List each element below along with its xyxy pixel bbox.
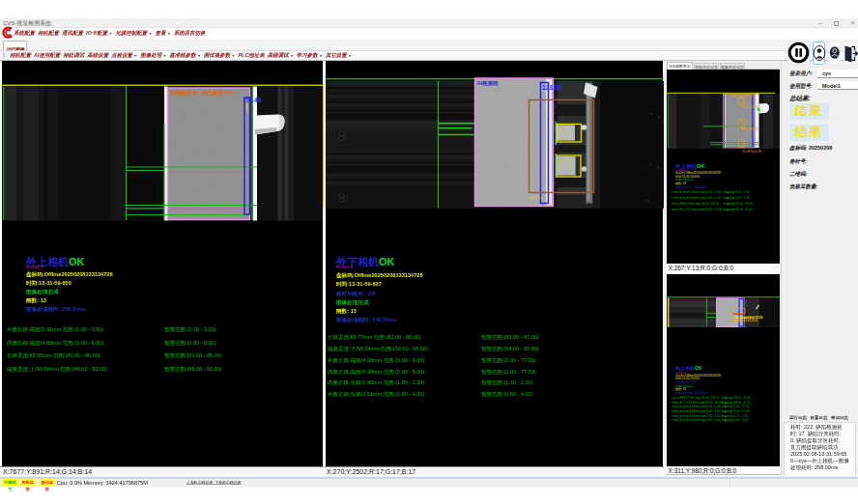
svg-text:图像处理耗时: 258.00ms: 图像处理耗时: 258.00ms — [675, 185, 707, 189]
svg-text:123.80: 123.80 — [542, 84, 561, 91]
svg-text:外侧负极-隔膜/2.91mm 范围:(2.00 - 3.50: 外侧负极-隔膜/2.91mm 范围:(2.00 - 3.50) — [672, 190, 721, 194]
svg-text:53.48: 53.48 — [245, 97, 262, 103]
svg-text:预警范围:(2.00 - 77.00): 预警范围:(2.00 - 77.00) — [722, 405, 750, 408]
svg-text:外侧正极-负极/2.61mm 范围:(0.60 - 4.00: 外侧正极-负极/2.61mm 范围:(0.60 - 4.00) — [672, 418, 721, 422]
svg-text:预警范围:(0.60 - 4.00): 预警范围:(0.60 - 4.00) — [722, 418, 748, 422]
svg-text:外侧正极-隔膜/4.38mm 范围:(0.00 - 9.00: 外侧正极-隔膜/4.38mm 范围:(0.00 - 9.00) — [672, 405, 721, 408]
svg-text:预警范围:(83.00 - 87.00): 预警范围:(83.00 - 87.00) — [722, 396, 751, 400]
svg-text:预警范围:(0.00 - 8.00): 预警范围:(0.00 - 8.00) — [724, 196, 750, 200]
svg-text:预警范围:(89.00 - 91.00): 预警范围:(89.00 - 91.00) — [724, 208, 753, 211]
svg-text:灰度阈值:93, 动态阈值:100: 灰度阈值:93, 动态阈值:100 — [169, 90, 234, 97]
svg-text:预警范围:(2.20 - 3.20): 预警范围:(2.20 - 3.20) — [724, 190, 750, 194]
svg-text:正极宽度/83.77mm 范围:(82.00 - 88.00: 正极宽度/83.77mm 范围:(82.00 - 88.00) — [672, 396, 719, 400]
svg-text:隔膜宽度-下/95.24mm 范围:(93.00 - 98.: 隔膜宽度-下/95.24mm 范围:(93.00 - 98.00) — [672, 401, 723, 405]
svg-text:NG:89.3 W:0.35: NG:89.3 W:0.35 — [741, 127, 759, 131]
svg-text:预警范围:(2.00 - 77.00): 预警范围:(2.00 - 77.00) — [722, 409, 750, 413]
svg-text:隔膜宽度-上/90.56mm 范围:(88.00 - 92.: 隔膜宽度-上/90.56mm 范围:(88.00 - 92.00) — [672, 208, 723, 211]
svg-text:AI检测框: AI检测框 — [476, 79, 499, 86]
svg-text:内侧正极-负极/1.90mm 范围:(1.00 - 2.20: 内侧正极-负极/1.90mm 范围:(1.00 - 2.20) — [672, 414, 721, 418]
svg-text:预警范围:(94.00 - 97.00): 预警范围:(94.00 - 97.00) — [722, 401, 751, 405]
svg-text:0.6 S:1.6: 0.6 S:1.6 — [529, 195, 543, 199]
svg-text:负极宽度/83.05mm 范围:(80.00 - 86.00: 负极宽度/83.05mm 范围:(80.00 - 86.00) — [672, 202, 719, 206]
svg-text:内侧正极-隔膜/4.38mm 范围:(0.00 - 9.00: 内侧正极-隔膜/4.38mm 范围:(0.00 - 9.00) — [672, 409, 721, 413]
svg-text:预警范围:(81.00 - 85.00): 预警范围:(81.00 - 85.00) — [724, 202, 753, 206]
svg-text:负极宽度 83.05 S:12: 负极宽度 83.05 S:12 — [729, 319, 758, 322]
svg-text:图像处理耗时: 140.00ms: 图像处理耗时: 140.00ms — [675, 391, 707, 395]
svg-text:预警范围:(1.10 - 2.10): 预警范围:(1.10 - 2.10) — [722, 414, 748, 418]
svg-text:NG:89.3 W:0.35: NG:89.3 W:0.35 — [741, 105, 759, 109]
svg-text:内侧负极-隔膜/4.60mm 范围:(3.00 - 6.00: 内侧负极-隔膜/4.60mm 范围:(3.00 - 6.00) — [672, 196, 721, 200]
svg-text:53.48 Ra:0.38: 53.48 Ra:0.38 — [742, 150, 761, 154]
svg-text:NG:89.3 W:0.35 H:2.3: NG:89.3 W:0.35 H:2.3 — [729, 95, 755, 98]
